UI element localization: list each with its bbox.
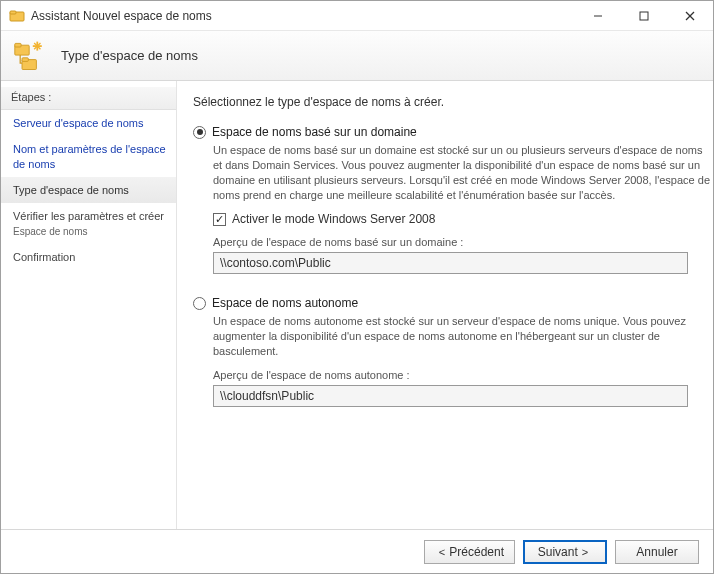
wizard-body: Étapes : Serveur d'espace de noms Nom et…	[1, 81, 713, 529]
checkbox-icon	[213, 213, 226, 226]
window-title: Assistant Nouvel espace de noms	[31, 9, 575, 23]
standalone-description: Un espace de noms autonome est stocké su…	[213, 314, 713, 359]
step-review-sub: Espace de noms	[1, 225, 176, 244]
domain-description: Un espace de noms basé sur un domaine es…	[213, 143, 713, 202]
radio-icon	[193, 126, 206, 139]
previous-button[interactable]: < Précédent	[424, 540, 515, 564]
cancel-button[interactable]: Annuler	[615, 540, 699, 564]
checkbox-ws2008-label: Activer le mode Windows Server 2008	[232, 212, 435, 226]
maximize-button[interactable]	[621, 1, 667, 30]
svg-rect-1	[10, 11, 16, 14]
radio-domain-label: Espace de noms basé sur un domaine	[212, 125, 417, 139]
header-banner: Type d'espace de noms	[1, 31, 713, 81]
footer: < Précédent Suivant > Annuler	[1, 529, 713, 573]
standalone-preview-label: Aperçu de l'espace de noms autonome :	[213, 369, 713, 381]
step-type[interactable]: Type d'espace de noms	[1, 177, 176, 203]
steps-label: Étapes :	[1, 87, 176, 110]
svg-rect-3	[640, 12, 648, 20]
domain-preview-value: \\contoso.com\Public	[213, 252, 688, 274]
folder-icon	[9, 8, 25, 24]
step-confirmation: Confirmation	[1, 244, 176, 270]
option-standalone: Espace de noms autonome Un espace de nom…	[193, 296, 713, 407]
window-controls	[575, 1, 713, 30]
radio-domain[interactable]: Espace de noms basé sur un domaine	[193, 125, 713, 139]
titlebar: Assistant Nouvel espace de noms	[1, 1, 713, 31]
option-domain: Espace de noms basé sur un domaine Un es…	[193, 125, 713, 274]
page-title: Type d'espace de noms	[61, 48, 198, 63]
next-button[interactable]: Suivant >	[523, 540, 607, 564]
instruction-text: Sélectionnez le type d'espace de noms à …	[193, 95, 713, 109]
step-server[interactable]: Serveur d'espace de noms	[1, 110, 176, 136]
radio-standalone[interactable]: Espace de noms autonome	[193, 296, 713, 310]
close-button[interactable]	[667, 1, 713, 30]
radio-icon	[193, 297, 206, 310]
chevron-right-icon: >	[582, 546, 588, 558]
checkbox-ws2008[interactable]: Activer le mode Windows Server 2008	[213, 212, 713, 226]
wizard-window: Assistant Nouvel espace de noms	[0, 0, 714, 574]
domain-preview-label: Aperçu de l'espace de noms basé sur un d…	[213, 236, 713, 248]
svg-rect-9	[22, 57, 28, 61]
standalone-preview-value: \\clouddfsn\Public	[213, 385, 688, 407]
svg-rect-7	[15, 43, 21, 47]
namespace-icon	[13, 38, 49, 74]
chevron-left-icon: <	[439, 546, 445, 558]
previous-button-label: Précédent	[449, 545, 504, 559]
main-panel: Sélectionnez le type d'espace de noms à …	[177, 81, 713, 529]
steps-sidebar: Étapes : Serveur d'espace de noms Nom et…	[1, 81, 177, 529]
cancel-button-label: Annuler	[636, 545, 677, 559]
next-button-label: Suivant	[538, 545, 578, 559]
radio-standalone-label: Espace de noms autonome	[212, 296, 358, 310]
minimize-button[interactable]	[575, 1, 621, 30]
step-name-settings[interactable]: Nom et paramètres de l'espace de noms	[1, 136, 176, 177]
